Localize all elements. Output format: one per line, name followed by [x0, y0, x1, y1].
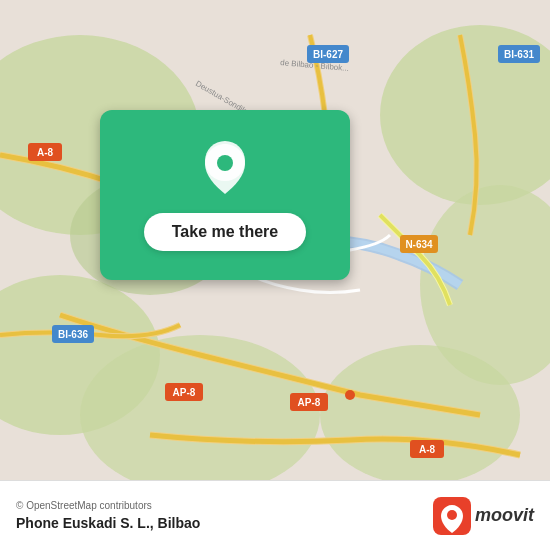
svg-text:BI-627: BI-627: [313, 49, 343, 60]
location-pin-icon: [200, 139, 250, 199]
svg-text:AP-8: AP-8: [173, 387, 196, 398]
svg-point-6: [320, 345, 520, 485]
moovit-brand-text: moovit: [475, 505, 534, 526]
take-me-there-button[interactable]: Take me there: [144, 213, 306, 251]
svg-point-31: [447, 510, 457, 520]
moovit-logo-icon: [433, 497, 471, 535]
svg-text:N-634: N-634: [405, 239, 433, 250]
moovit-logo[interactable]: moovit: [433, 497, 534, 535]
bottom-left-info: © OpenStreetMap contributors Phone Euska…: [16, 500, 200, 531]
svg-text:AP-8: AP-8: [298, 397, 321, 408]
svg-text:BI-631: BI-631: [504, 49, 534, 60]
map-container: A-8 AP-8 AP-8 A-8 BI-636 BI-627 BI-631 N…: [0, 0, 550, 550]
svg-point-29: [217, 155, 233, 171]
svg-text:A-8: A-8: [419, 444, 436, 455]
svg-text:A-8: A-8: [37, 147, 54, 158]
place-name-label: Phone Euskadi S. L., Bilbao: [16, 515, 200, 531]
svg-point-27: [345, 390, 355, 400]
navigation-card[interactable]: Take me there: [100, 110, 350, 280]
svg-text:BI-636: BI-636: [58, 329, 88, 340]
svg-point-5: [80, 335, 320, 495]
bottom-info-bar: © OpenStreetMap contributors Phone Euska…: [0, 480, 550, 550]
map-attribution: © OpenStreetMap contributors: [16, 500, 200, 511]
